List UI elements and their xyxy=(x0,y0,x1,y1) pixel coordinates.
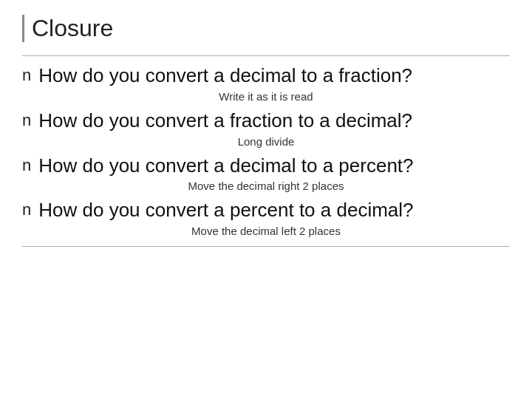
bullet-question-2: How do you convert a fraction to a decim… xyxy=(38,109,412,134)
bullet-section-1: n How do you convert a decimal to a frac… xyxy=(22,64,510,103)
bullet-answer-4: Move the decimal left 2 places xyxy=(22,225,510,237)
bullet-section-3: n How do you convert a decimal to a perc… xyxy=(22,154,510,193)
bullet-marker-2: n xyxy=(22,110,31,132)
bullet-row-3: n How do you convert a decimal to a perc… xyxy=(22,154,510,179)
bullet-marker-3: n xyxy=(22,155,31,177)
bullet-section-4: n How do you convert a percent to a deci… xyxy=(22,198,510,237)
bullet-question-3: How do you convert a decimal to a percen… xyxy=(38,154,413,179)
bullet-section-2: n How do you convert a fraction to a dec… xyxy=(22,109,510,148)
bullet-answer-3: Move the decimal right 2 places xyxy=(22,180,510,192)
bullet-question-4: How do you convert a percent to a decima… xyxy=(38,198,413,223)
slide-title: Closure xyxy=(22,15,510,42)
bullet-row-1: n How do you convert a decimal to a frac… xyxy=(22,64,510,89)
bullet-marker-1: n xyxy=(22,65,31,86)
top-divider xyxy=(22,55,510,56)
bottom-divider xyxy=(22,246,510,247)
bullet-row-4: n How do you convert a percent to a deci… xyxy=(22,198,510,223)
bullet-marker-4: n xyxy=(22,200,31,221)
bullet-question-1: How do you convert a decimal to a fracti… xyxy=(38,64,412,89)
bullet-answer-2: Long divide xyxy=(22,135,510,148)
bullet-row-2: n How do you convert a fraction to a dec… xyxy=(22,109,510,134)
slide: Closure n How do you convert a decimal t… xyxy=(0,0,532,399)
bullet-answer-1: Write it as it is read xyxy=(22,90,510,103)
